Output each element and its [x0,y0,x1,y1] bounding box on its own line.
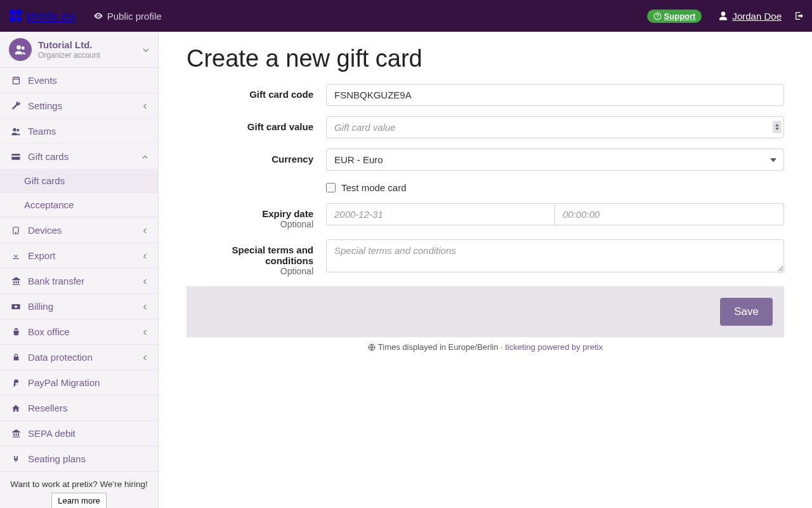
sidebar-subitem-gift-cards[interactable]: Gift cards [0,169,158,193]
sidebar-item-sepa-debit[interactable]: SEPA debit [0,421,158,446]
sidebar-label: Seating plans [28,453,148,464]
sidebar-label: Gift cards [28,151,142,162]
label-expiry: Expiry date [262,208,313,219]
terms-textarea[interactable] [326,239,784,272]
sidebar-item-data-protection[interactable]: Data protection [0,345,158,370]
sidebar-item-teams[interactable]: Teams [0,119,158,144]
globe-icon [368,344,376,351]
save-bar: Save [187,286,784,337]
sidebar-label: Data protection [28,352,142,363]
chevron-down-icon [142,151,148,162]
label-currency: Currency [187,149,326,164]
sidebar-item-gift-cards[interactable]: Gift cards [0,144,158,169]
sidebar-label: Devices [28,225,142,236]
caret-down-icon [143,44,149,55]
label-terms: Special terms and conditions [232,244,313,266]
organizer-switcher[interactable]: Tutorial Ltd. Organizer account [0,32,158,68]
sidebar-label: Settings [28,100,142,111]
sign-out-icon [794,11,804,21]
hiring-learn-more-button[interactable]: Learn more [51,493,106,508]
sidebar-item-settings[interactable]: Settings [0,93,158,118]
sidebar-nav: Events Settings Teams Gift cards Gift ca… [0,68,158,472]
footer-tz: Times displayed in Europe/Berlin [378,342,499,352]
wrench-icon [10,101,22,110]
chevron-left-icon [142,352,148,363]
chevron-down-icon [775,128,779,130]
svg-rect-1 [16,10,22,15]
sidebar-subitem-acceptance[interactable]: Acceptance [0,193,158,217]
sidebar-label: Acceptance [24,199,74,210]
value-stepper[interactable] [773,121,782,133]
gift-card-value-input[interactable] [326,116,784,138]
sidebar-item-seating-plans[interactable]: Seating plans [0,446,158,471]
chevron-left-icon [142,276,148,286]
credit-card-icon [10,152,22,162]
public-profile-link[interactable]: Public profile [93,11,162,22]
test-mode-checkbox[interactable] [326,183,336,192]
money-icon [10,302,22,312]
eye-icon [93,11,103,21]
expiry-time-input[interactable] [555,203,784,225]
lock-icon [10,353,22,361]
bank-icon [10,429,22,438]
gift-card-code-input[interactable] [326,84,784,106]
chevron-left-icon [142,250,148,261]
svg-point-8 [13,128,16,131]
organizer-name: Tutorial Ltd. [38,39,143,51]
sidebar-item-billing[interactable]: Billing [0,294,158,319]
sidebar-label: Bank transfer [28,276,142,286]
hiring-text: Want to work at pretix? We're hiring! [6,479,152,489]
sidebar-label: Resellers [28,403,148,413]
organizer-avatar-icon [9,38,32,61]
expiry-date-input[interactable] [326,203,555,225]
svg-rect-2 [10,17,15,22]
calendar-icon [10,76,22,85]
user-name: Jordan Doe [732,11,782,22]
user-menu[interactable]: Jordan Doe [718,11,782,22]
sidebar-item-box-office[interactable]: Box office [0,319,158,344]
label-value: Gift card value [187,116,326,132]
chevron-left-icon [142,301,148,312]
svg-rect-11 [11,156,20,157]
user-icon [718,11,728,21]
page-title: Create a new gift card [187,44,784,74]
label-code: Gift card code [187,84,326,100]
main-content: Create a new gift card Gift card code Gi… [159,32,812,508]
svg-point-3 [16,17,22,22]
footer-sep: · [498,342,505,352]
users-icon [10,126,22,137]
sidebar-item-paypal-migration[interactable]: PayPal Migration [0,370,158,395]
sidebar: Tutorial Ltd. Organizer account Events S… [0,32,159,508]
footer-note: Times displayed in Europe/Berlin · ticke… [187,337,784,357]
sidebar-item-resellers[interactable]: Resellers [0,396,158,420]
test-mode-row[interactable]: Test mode card [326,181,407,193]
support-label: Support [664,11,696,21]
currency-select[interactable]: EUR - Euro [326,149,784,171]
svg-point-4 [97,15,99,17]
test-mode-label: Test mode card [341,182,407,193]
topbar: pretix.eu Public profile Support Jordan … [0,0,812,32]
footer-powered-link[interactable]: ticketing powered by pretix [505,342,603,352]
sidebar-item-export[interactable]: Export [0,243,158,268]
brand-text: pretix.eu [27,9,75,23]
support-button[interactable]: Support [647,10,702,23]
home-icon [10,404,22,413]
brand-link[interactable]: pretix.eu [9,9,75,23]
paypal-icon [10,378,22,387]
logout-link[interactable] [794,11,804,21]
svg-point-6 [16,45,21,50]
seat-icon [10,455,22,464]
svg-point-7 [22,46,25,50]
svg-rect-0 [10,10,15,15]
sidebar-item-bank-transfer[interactable]: Bank transfer [0,269,158,293]
label-optional: Optional [187,266,313,276]
sidebar-item-events[interactable]: Events [0,68,158,93]
public-profile-label: Public profile [107,11,162,22]
pretix-logo-icon [9,9,23,23]
sidebar-label: Events [28,75,148,86]
save-button[interactable]: Save [720,298,773,326]
sidebar-item-devices[interactable]: Devices [0,218,158,243]
sidebar-label: PayPal Migration [28,377,148,388]
basket-icon [10,327,22,337]
question-circle-icon [653,12,662,20]
